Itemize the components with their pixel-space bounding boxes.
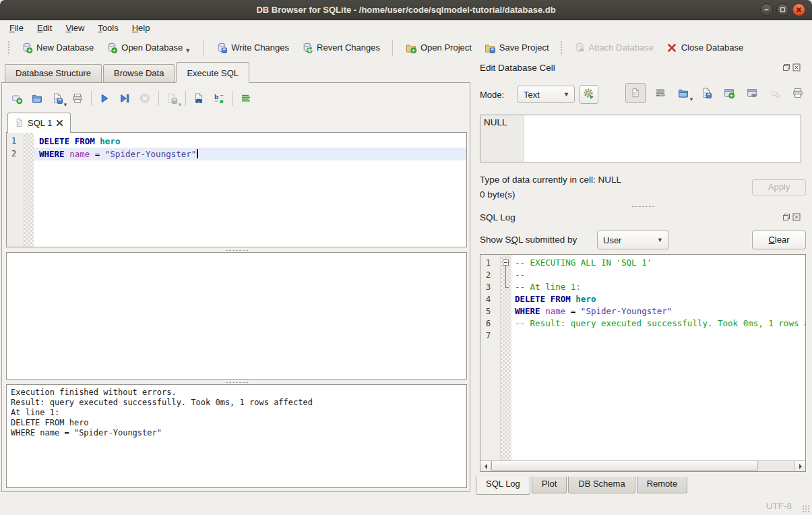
open-project-icon — [405, 42, 417, 54]
scroll-right-arrow[interactable] — [794, 461, 805, 471]
dock-tab-remote[interactable]: Remote — [637, 477, 688, 493]
app-window: DB Browser for SQLite - /home/user/code/… — [0, 0, 812, 515]
toolbar-grip[interactable] — [7, 40, 10, 55]
maximize-button[interactable] — [776, 3, 789, 16]
save-sql-file-icon[interactable]: ▼ — [49, 90, 65, 107]
open-sql-tab-icon[interactable] — [9, 90, 25, 107]
close-tab-icon[interactable] — [56, 119, 63, 127]
cell-editor[interactable]: NULL — [480, 115, 801, 162]
cell-toolbar: ▼ — [625, 83, 806, 103]
line-number: 4 — [480, 293, 500, 305]
sql-tab-row: SQL 1 — [7, 113, 71, 133]
execute-sql-panel: ▼▼ba SQL 1 12 DELETE FROM heroWHERE name… — [1, 83, 470, 492]
cell-mode-row: Mode: Text ▼ ▼ — [480, 85, 806, 105]
minimize-button[interactable] — [760, 3, 773, 16]
copy-link-icon[interactable] — [744, 85, 760, 101]
print-sql-icon[interactable] — [69, 90, 86, 107]
sql-log-view[interactable]: 1234567 -- EXECUTING ALL IN 'SQL 1'---- … — [480, 254, 806, 472]
log-line: WHERE name = "Spider-Youngster" — [511, 305, 805, 317]
scrollbar-thumb[interactable] — [491, 461, 758, 471]
text-mode-icon[interactable] — [625, 83, 646, 103]
title-bar[interactable]: DB Browser for SQLite - /home/user/code/… — [0, 0, 812, 20]
execute-all-icon[interactable] — [96, 90, 113, 107]
tab-sql-1[interactable]: SQL 1 — [7, 113, 71, 133]
close-dock-icon[interactable] — [792, 63, 801, 71]
scrollbar-track[interactable] — [491, 461, 794, 471]
clear-log-button[interactable]: Clear — [752, 231, 806, 249]
replace-icon[interactable]: ba — [211, 90, 227, 107]
save-project-button[interactable]: Save Project — [478, 38, 555, 57]
close-button[interactable] — [792, 3, 805, 16]
edit-cell-dock-header: Edit Database Cell — [480, 63, 806, 73]
write-changes-button[interactable]: Write Changes — [210, 38, 295, 57]
menu-tools[interactable]: Tools — [91, 21, 125, 35]
format-sql-icon[interactable] — [238, 90, 254, 107]
export-cell-icon[interactable] — [698, 85, 714, 101]
window-title: DB Browser for SQLite - /home/user/code/… — [256, 5, 555, 15]
editor-code[interactable]: DELETE FROM heroWHERE name = "Spider-You… — [34, 133, 466, 247]
menu-edit[interactable]: Edit — [30, 21, 59, 35]
message-line: WHERE name = "Spider-Youngster" — [11, 428, 462, 438]
scroll-left-arrow[interactable] — [480, 461, 491, 471]
editor-fold-margin — [24, 133, 34, 247]
open-database-button[interactable]: Open Database▼ — [100, 38, 197, 57]
fold-margin-cell — [501, 317, 511, 330]
set-null-icon[interactable] — [767, 85, 783, 101]
fold-collapse-icon[interactable] — [503, 260, 509, 266]
sql-log-filter-label: Show SQL submitted by — [480, 235, 577, 245]
float-dock-icon[interactable] — [782, 213, 790, 221]
dropdown-caret-icon[interactable]: ▼ — [689, 96, 694, 102]
execution-message-pane[interactable]: Execution finished without errors.Result… — [6, 384, 467, 488]
sql-doc-icon — [15, 117, 24, 129]
attach-database-button[interactable]: Attach Database — [567, 38, 660, 57]
auto-switch-mode-button[interactable] — [580, 85, 598, 104]
close-database-label: Close Database — [681, 42, 744, 53]
mode-combobox[interactable]: Text ▼ — [518, 86, 575, 103]
menu-bar: FileEditViewToolsHelp — [0, 20, 812, 36]
toolbar-separator — [232, 91, 233, 106]
dock-tab-sql-log[interactable]: SQL Log — [476, 476, 530, 495]
execute-line-icon[interactable] — [117, 90, 133, 107]
tab-execute-sql[interactable]: Execute SQL — [176, 62, 249, 83]
splitter-handle[interactable] — [480, 204, 806, 208]
dock-tab-plot[interactable]: Plot — [532, 477, 567, 493]
results-grid[interactable] — [6, 252, 467, 380]
menu-file[interactable]: File — [3, 21, 30, 35]
dropdown-caret-icon[interactable]: ▼ — [63, 102, 68, 108]
editor-line[interactable]: DELETE FROM hero — [34, 135, 466, 148]
word-wrap-icon[interactable] — [652, 85, 668, 101]
dock-tab-db-schema[interactable]: DB Schema — [568, 477, 635, 493]
close-database-button[interactable]: Close Database — [660, 38, 750, 57]
new-database-button[interactable]: New Database — [15, 38, 100, 57]
sql-log-filter-combobox[interactable]: User ▼ — [597, 231, 668, 249]
find-icon[interactable] — [191, 90, 207, 107]
sql-editor[interactable]: 12 DELETE FROM heroWHERE name = "Spider-… — [6, 132, 467, 247]
open-project-button[interactable]: Open Project — [399, 38, 478, 57]
close-dock-icon[interactable] — [792, 213, 801, 221]
tab-browse-data[interactable]: Browse Data — [103, 64, 175, 82]
editor-line[interactable]: WHERE name = "Spider-Youngster" — [34, 148, 466, 160]
open-external-icon[interactable] — [721, 85, 737, 101]
toolbar-grip[interactable] — [560, 40, 563, 55]
cell-editor-area[interactable] — [524, 115, 801, 162]
tab-database-structure[interactable]: Database Structure — [5, 64, 102, 82]
float-dock-icon[interactable] — [782, 63, 790, 71]
main-tab-bar: Database StructureBrowse DataExecute SQL — [1, 59, 470, 83]
horizontal-scrollbar[interactable] — [480, 460, 805, 471]
dropdown-caret-icon[interactable]: ▼ — [185, 47, 191, 54]
menu-view[interactable]: View — [59, 21, 91, 35]
open-sql-file-icon[interactable] — [29, 90, 45, 107]
stop-icon[interactable] — [137, 90, 153, 107]
revert-changes-button[interactable]: Revert Changes — [295, 38, 386, 57]
save-results-icon[interactable]: ▼ — [164, 90, 180, 107]
apply-button[interactable]: Apply — [752, 179, 806, 195]
status-bar: UTF-8 — [0, 495, 812, 515]
import-cell-icon[interactable]: ▼ — [675, 85, 691, 101]
print-cell-icon[interactable] — [790, 85, 806, 101]
resize-grip-icon[interactable] — [801, 504, 810, 513]
line-number: 2 — [7, 148, 24, 160]
log-code: -- EXECUTING ALL IN 'SQL 1'---- At line … — [511, 255, 805, 460]
log-fold-margin[interactable] — [501, 255, 511, 460]
menu-help[interactable]: Help — [125, 21, 157, 35]
dropdown-caret-icon[interactable]: ▼ — [177, 102, 183, 108]
